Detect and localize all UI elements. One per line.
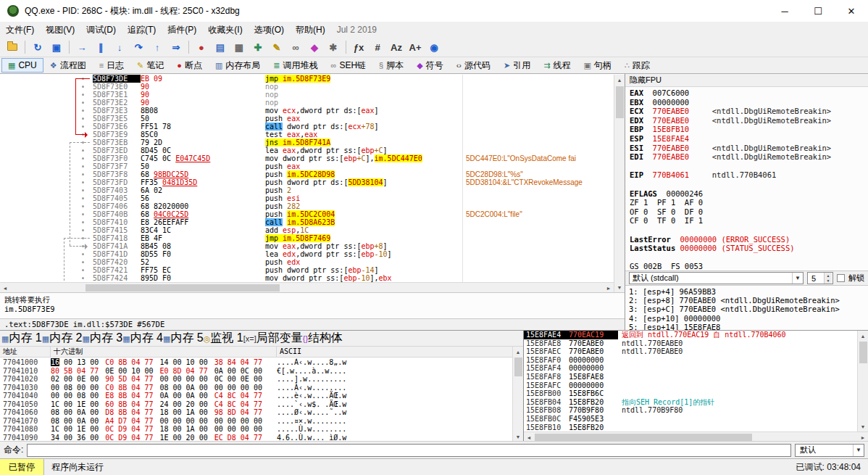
log-window-button[interactable]: ▦ [230, 39, 248, 55]
tab-dump1[interactable]: ▦内存 1 [1, 331, 42, 346]
scroll-up-button[interactable]: ▲ [513, 347, 523, 357]
run-button[interactable]: → [73, 39, 91, 55]
register-row[interactable]: OF 0 SF 0 DF 0 [630, 207, 868, 217]
register-row[interactable] [630, 253, 868, 263]
register-row[interactable]: EBP 15E8FB10 [630, 125, 868, 134]
register-row[interactable]: EBX 00000000 [630, 98, 868, 107]
disasm-row[interactable]: 5D8F7421FF75 ECpush dword ptr ss:[ebp-14… [0, 266, 614, 274]
tab-log[interactable]: ≡日志 [93, 58, 130, 73]
command-profile-select[interactable]: 默认 ▼ [795, 444, 864, 457]
run-to-user-code-button[interactable]: ⇒ [167, 39, 185, 55]
tab-handles[interactable]: ▣句柄 [577, 58, 617, 73]
menu-item[interactable]: 调试(D) [80, 22, 122, 38]
appearance-button[interactable]: Az [388, 39, 405, 55]
stack-vscrollbar[interactable]: ▲ ▼ [857, 331, 868, 431]
tab-seh[interactable]: ∞SEH链 [325, 58, 373, 73]
register-row[interactable] [630, 226, 868, 235]
memory-map-button[interactable]: ▤ [212, 39, 229, 55]
stack-row[interactable]: 15E8FAF400000000 [524, 364, 857, 373]
disasm-row[interactable]: 5D8F742052push edx [0, 258, 614, 266]
disasm-row[interactable]: 5D8F7410E8 26EEFAFFcall im.5D8A623B [0, 218, 614, 226]
dump-row[interactable]: 770410801C 00 1E 000C D9 04 7718 00 1A 0… [0, 425, 512, 434]
disasm-row[interactable]: 5D8F73E6FF51 78call dword ptr ds:[ecx+78… [0, 123, 614, 131]
minimize-button[interactable]: ─ [768, 0, 801, 22]
vscroll-thumb[interactable] [859, 342, 867, 363]
patches-button[interactable]: ✚ [249, 39, 267, 55]
stack-hscrollbar[interactable]: ◄ ► [524, 431, 868, 442]
tab-dump2[interactable]: ▦内存 2 [42, 331, 83, 346]
disassembly-vscrollbar[interactable]: ▲ ▼ [614, 75, 625, 292]
close-button[interactable]: ✕ [835, 0, 868, 22]
dump-row[interactable]: 7704101080 5B 04 770E 00 10 00E0 8D 04 7… [0, 367, 512, 376]
disasm-row[interactable]: 5D8F73DEEB 09jmp im.5D8F73E9 [0, 75, 614, 83]
dump-row[interactable]: 7704103000 08 00 00C0 8B 04 7708 00 0A 0… [0, 384, 512, 392]
disassembly-hscrollbar[interactable]: ◄ ► [0, 282, 614, 292]
stack-row[interactable]: 15E8FAF000000000 [524, 356, 857, 365]
disasm-row[interactable]: 5D8F73E985C0test eax,eax [0, 131, 614, 139]
stack-row[interactable]: 15E8FB1015E8FB20 [524, 424, 857, 431]
close-debuggee-button[interactable]: ▣ [48, 39, 65, 55]
disasm-row[interactable]: 5D8F73E190nop [0, 91, 614, 99]
dump-row[interactable]: 7704102002 00 0E 0090 5D 04 7700 00 00 0… [0, 375, 512, 384]
register-row[interactable]: GS 002B FS 0053 [630, 262, 868, 270]
disasm-row[interactable]: 5D8F73E550push eax [0, 115, 614, 123]
scroll-right-button[interactable]: ► [604, 283, 614, 293]
argument-row[interactable]: 4: [esp+10] 00000000 [629, 314, 868, 323]
stepper-arrows-icon[interactable]: ▲▼ [824, 273, 832, 284]
tab-symbols[interactable]: ◆符号 [410, 58, 449, 73]
register-row[interactable]: EAX 007C6000 [630, 88, 868, 98]
seh-chain-button[interactable]: ∞ [287, 39, 304, 55]
disasm-row[interactable]: 5D8F74036A 02push 2 [0, 186, 614, 194]
scroll-down-button[interactable]: ▼ [614, 282, 625, 292]
hide-fpu-button[interactable]: 隐藏FPU [625, 74, 868, 87]
disasm-row[interactable]: 5D8F73F0C745 0C E047C45Dmov dword ptr ss… [0, 154, 614, 162]
argument-row[interactable]: 1: [esp+4] 96A59BB3 [629, 287, 868, 296]
disasm-row[interactable]: 5D8F73E38B08mov ecx,dword ptr ds:[eax] [0, 107, 614, 115]
tab-dump3[interactable]: ▦内存 3 [83, 331, 123, 346]
stack-row[interactable]: 15E8FB0CF45905E3 [524, 415, 857, 424]
calculator-button[interactable]: ƒx [350, 39, 367, 55]
disasm-row[interactable]: 5D8F740B68 04C0C25Dpush im.5DC2C0045DC2C… [0, 210, 614, 218]
menu-item[interactable]: 追踪(T) [122, 22, 162, 38]
disasm-row[interactable]: 5D8F741A8B45 08mov eax,dword ptr ss:[ebp… [0, 242, 614, 250]
vscroll-thumb[interactable] [616, 86, 624, 118]
breakpoints-button[interactable]: ● [193, 39, 210, 55]
menu-item[interactable]: 收藏夹(I) [202, 22, 248, 38]
register-row[interactable]: ESI 770EABE0 <ntdll.DbgUiRemoteBreakin> [630, 144, 868, 153]
dump-row[interactable]: 7704107008 00 0A 00A4 D7 04 7700 00 00 0… [0, 417, 512, 426]
stack-row[interactable]: 15E8FAE8770EABE0ntdll.770EABE0 [524, 339, 857, 348]
stack-row[interactable]: 15E8FB08770B9F80ntdll.770B9F80 [524, 406, 857, 415]
tab-threads[interactable]: ⇉线程 [537, 58, 577, 73]
register-row[interactable]: ESP 15E8FAE4 [630, 134, 868, 144]
tab-references[interactable]: ➤引用 [497, 58, 537, 73]
disasm-row[interactable]: 5D8F7424895D F0mov dword ptr ss:[ebp-10]… [0, 274, 614, 282]
disasm-row[interactable]: 5D8F741D8D55 F0lea edx,dword ptr ss:[ebp… [0, 250, 614, 258]
help-button[interactable]: ◉ [425, 39, 443, 55]
disasm-row[interactable]: 5D8F73F750push eax [0, 162, 614, 170]
zoom-font-button[interactable]: A+ [406, 39, 424, 55]
scylla-button[interactable]: ◆ [306, 39, 323, 55]
register-row[interactable] [630, 180, 868, 189]
pause-button[interactable]: ∥ [92, 39, 109, 55]
tab-memory-map[interactable]: ▥内存布局 [209, 58, 267, 73]
stack-row[interactable]: 15E8FAE4770EAC19返回到 ntdll.770EAC19 自 ntd… [524, 331, 857, 339]
stack-row[interactable]: 15E8FB0415E8FB20指向SEH_Record[1]的指针 [524, 398, 857, 407]
dump-row[interactable]: 7704104000 00 08 00E8 8B 04 770A 00 0A 0… [0, 392, 512, 400]
dump-vscrollbar[interactable]: ▲ ▼ [512, 347, 523, 442]
maximize-button[interactable]: ☐ [801, 0, 835, 22]
comment-button[interactable]: ✎ [268, 39, 285, 55]
dump-row[interactable]: 770410501C 00 1E 0060 8B 04 7724 00 20 0… [0, 400, 512, 409]
tab-source[interactable]: ‹›源代码 [450, 58, 497, 73]
menu-item[interactable]: 视图(V) [40, 22, 80, 38]
hscroll-thumb[interactable] [535, 434, 752, 441]
dump-row[interactable]: 7704100016 00 13 00C0 8B 04 7714 00 10 0… [0, 358, 512, 367]
menu-item[interactable]: 插件(P) [162, 22, 202, 38]
shortcuts-button[interactable]: # [369, 39, 386, 55]
calling-convention-select[interactable]: 默认 (stdcall) ▼ [629, 272, 804, 284]
hscroll-thumb[interactable] [85, 284, 280, 292]
disasm-row[interactable]: 5D8F741583C4 1Cadd esp,1C [0, 226, 614, 234]
register-row[interactable]: EIP 770B4061 ntdll.770B4061 [630, 170, 868, 180]
tab-graph[interactable]: ❖流程图 [43, 58, 93, 73]
stack-row[interactable]: 15E8FAF815E8FAE8 [524, 373, 857, 381]
command-input[interactable] [27, 444, 791, 457]
